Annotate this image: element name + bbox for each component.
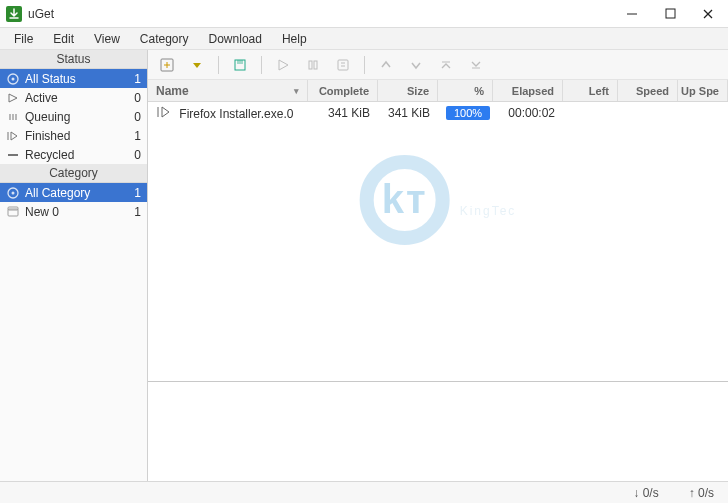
svg-rect-26 — [338, 60, 348, 70]
svg-marker-6 — [9, 94, 17, 102]
sidebar-item-label: Active — [25, 91, 123, 105]
pause-button[interactable] — [300, 53, 326, 77]
details-panel — [148, 381, 728, 481]
svg-marker-10 — [11, 132, 17, 140]
new-dropdown-button[interactable] — [184, 53, 210, 77]
svg-rect-1 — [666, 9, 675, 18]
sidebar-category-new[interactable]: New 0 1 — [0, 202, 147, 221]
table-header: Name▾ Complete Size % Elapsed Left Speed… — [148, 80, 728, 102]
finished-icon — [156, 105, 172, 119]
svg-marker-23 — [279, 60, 288, 70]
category-icon — [6, 205, 20, 219]
start-button[interactable] — [270, 53, 296, 77]
sidebar-item-count: 1 — [123, 129, 141, 143]
sort-indicator-icon: ▾ — [294, 86, 299, 96]
properties-button[interactable] — [330, 53, 356, 77]
window-title: uGet — [28, 7, 622, 21]
move-down-button[interactable] — [403, 53, 429, 77]
sidebar-item-label: All Category — [25, 186, 123, 200]
table-row[interactable]: Firefox Installer.exe.0 341 KiB 341 KiB … — [148, 102, 728, 124]
toolbar — [148, 50, 728, 80]
sidebar: Status All Status 1 Active 0 Queuing 0 F… — [0, 50, 148, 481]
sidebar-status-header: Status — [0, 50, 147, 69]
svg-marker-31 — [162, 107, 169, 117]
col-speed[interactable]: Speed — [618, 80, 678, 101]
cell-percent: 100% — [438, 106, 493, 120]
sidebar-item-count: 1 — [123, 72, 141, 86]
watermark: kтKingTec — [360, 155, 517, 245]
minimize-button[interactable] — [622, 4, 642, 24]
menu-view[interactable]: View — [84, 30, 130, 48]
sidebar-item-label: All Status — [25, 72, 123, 86]
svg-rect-25 — [314, 61, 317, 69]
sidebar-item-count: 0 — [123, 110, 141, 124]
col-upspeed[interactable]: Up Spe — [678, 80, 728, 101]
sidebar-item-count: 0 — [123, 91, 141, 105]
sidebar-item-label: Finished — [25, 129, 123, 143]
file-name: Firefox Installer.exe.0 — [179, 107, 293, 121]
sidebar-status-finished[interactable]: Finished 1 — [0, 126, 147, 145]
sidebar-item-count: 0 — [123, 148, 141, 162]
sidebar-item-label: Recycled — [25, 148, 123, 162]
col-percent[interactable]: % — [438, 80, 493, 101]
sidebar-status-all[interactable]: All Status 1 — [0, 69, 147, 88]
sidebar-category-header: Category — [0, 164, 147, 183]
sidebar-item-label: New 0 — [25, 205, 123, 219]
finished-icon — [6, 129, 20, 143]
col-complete[interactable]: Complete — [308, 80, 378, 101]
cell-complete: 341 KiB — [308, 106, 378, 120]
col-left[interactable]: Left — [563, 80, 618, 101]
menu-category[interactable]: Category — [130, 30, 199, 48]
maximize-button[interactable] — [660, 4, 680, 24]
new-download-button[interactable] — [154, 53, 180, 77]
col-name[interactable]: Name▾ — [148, 80, 308, 101]
queue-icon — [6, 110, 20, 124]
svg-point-5 — [12, 77, 15, 80]
move-up-button[interactable] — [373, 53, 399, 77]
status-download-speed: ↓ 0/s — [633, 486, 658, 500]
sidebar-item-count: 1 — [123, 205, 141, 219]
separator — [218, 56, 219, 74]
save-button[interactable] — [227, 53, 253, 77]
move-top-button[interactable] — [433, 53, 459, 77]
sidebar-item-label: Queuing — [25, 110, 123, 124]
menu-file[interactable]: File — [4, 30, 43, 48]
col-elapsed[interactable]: Elapsed — [493, 80, 563, 101]
col-size[interactable]: Size — [378, 80, 438, 101]
sidebar-status-queuing[interactable]: Queuing 0 — [0, 107, 147, 126]
menubar: File Edit View Category Download Help — [0, 28, 728, 50]
sidebar-status-recycled[interactable]: Recycled 0 — [0, 145, 147, 164]
menu-download[interactable]: Download — [199, 30, 272, 48]
cell-size: 341 KiB — [378, 106, 438, 120]
disc-icon — [6, 186, 20, 200]
table-body[interactable]: kтKingTec Firefox Installer.exe.0 341 Ki… — [148, 102, 728, 381]
svg-rect-22 — [237, 60, 243, 64]
percent-badge: 100% — [446, 106, 490, 120]
statusbar: ↓ 0/s ↑ 0/s — [0, 481, 728, 503]
menu-help[interactable]: Help — [272, 30, 317, 48]
separator — [261, 56, 262, 74]
cell-elapsed: 00:00:02 — [493, 106, 563, 120]
play-icon — [6, 91, 20, 105]
close-button[interactable] — [698, 4, 718, 24]
col-label: Name — [156, 84, 189, 98]
move-bottom-button[interactable] — [463, 53, 489, 77]
cell-name: Firefox Installer.exe.0 — [148, 105, 308, 121]
disc-icon — [6, 72, 20, 86]
app-icon — [6, 6, 22, 22]
sidebar-category-all[interactable]: All Category 1 — [0, 183, 147, 202]
svg-marker-20 — [193, 63, 201, 68]
sidebar-status-active[interactable]: Active 0 — [0, 88, 147, 107]
titlebar: uGet — [0, 0, 728, 28]
status-upload-speed: ↑ 0/s — [689, 486, 714, 500]
svg-rect-12 — [8, 154, 18, 156]
svg-point-14 — [12, 191, 15, 194]
recycled-icon — [6, 148, 20, 162]
sidebar-item-count: 1 — [123, 186, 141, 200]
main-panel: Name▾ Complete Size % Elapsed Left Speed… — [148, 50, 728, 481]
separator — [364, 56, 365, 74]
menu-edit[interactable]: Edit — [43, 30, 84, 48]
svg-rect-24 — [309, 61, 312, 69]
